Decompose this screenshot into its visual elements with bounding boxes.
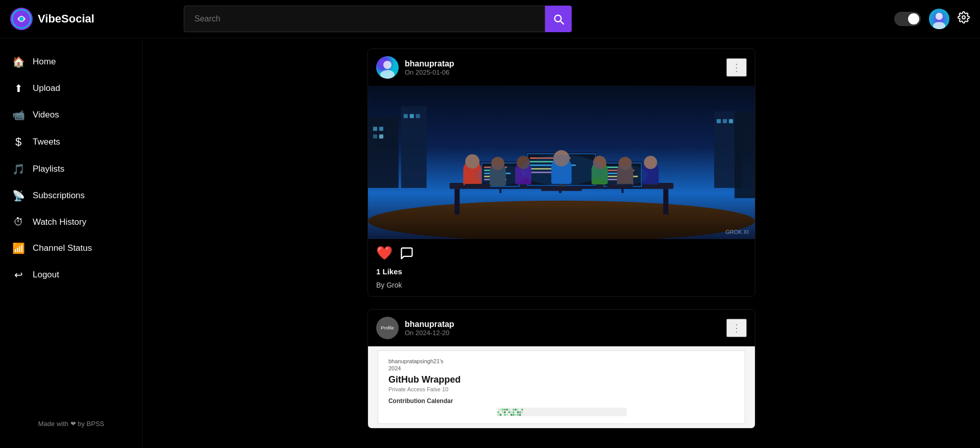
svg-rect-89 <box>498 409 499 410</box>
gh-subtitle: Private Access False 10 <box>388 386 448 392</box>
subscriptions-icon: 📡 <box>12 190 24 202</box>
sidebar-item-label-videos: Videos <box>33 110 59 120</box>
gh-year: 2024 <box>388 365 401 371</box>
search-button[interactable] <box>545 6 572 32</box>
svg-point-3 <box>555 15 561 22</box>
playlists-icon: 🎵 <box>12 163 24 175</box>
svg-rect-108 <box>512 411 514 413</box>
sidebar-item-label-subscriptions: Subscriptions <box>33 191 85 201</box>
header-right <box>894 9 970 29</box>
header: VibeSocial <box>0 0 980 38</box>
sidebar-item-channel-status[interactable]: 📶 Channel Status <box>0 235 142 262</box>
logout-icon: ↩ <box>12 269 24 281</box>
post-user-info-1: bhanupratap On 2025-01-06 <box>405 59 720 76</box>
svg-rect-14 <box>373 127 377 131</box>
post-header-2: Profile bhanupratap On 2024-12-20 ⋮ <box>368 310 755 346</box>
svg-rect-100 <box>521 409 523 410</box>
svg-rect-115 <box>502 414 503 415</box>
settings-button[interactable] <box>958 11 970 27</box>
main-content: bhanupratap On 2025-01-06 ⋮ <box>143 38 980 448</box>
post-menu-button-1[interactable]: ⋮ <box>726 58 747 77</box>
sidebar-item-subscriptions[interactable]: 📡 Subscriptions <box>0 182 142 209</box>
logo-text: VibeSocial <box>38 12 94 26</box>
search-area <box>184 6 572 32</box>
svg-rect-122 <box>517 414 519 415</box>
svg-rect-104 <box>504 411 505 413</box>
gear-icon <box>958 11 970 23</box>
sidebar-item-logout[interactable]: ↩ Logout <box>0 262 142 288</box>
svg-point-87 <box>597 165 648 185</box>
post-menu-button-2[interactable]: ⋮ <box>726 319 747 337</box>
post-date-2: On 2024-12-20 <box>405 329 720 337</box>
svg-line-4 <box>561 21 564 25</box>
sidebar-item-label-watch-history: Watch History <box>33 217 86 227</box>
svg-rect-116 <box>504 414 505 415</box>
svg-rect-83 <box>541 187 582 191</box>
gh-wrapped-title: GitHub Wrapped <box>388 374 461 385</box>
gh-username: bhanupratapsingh21's <box>388 358 444 364</box>
sidebar-item-home[interactable]: 🏠 Home <box>0 49 142 75</box>
svg-rect-94 <box>508 409 510 410</box>
sidebar-item-videos[interactable]: 📹 Videos <box>0 102 142 128</box>
svg-rect-24 <box>723 119 727 123</box>
post-user-info-2: bhanupratap On 2024-12-20 <box>405 320 720 337</box>
videos-icon: 📹 <box>12 109 24 121</box>
svg-rect-25 <box>729 119 733 123</box>
layout: 🏠 Home ⬆ Upload 📹 Videos $ Tweets 🎵 Play… <box>0 38 980 448</box>
svg-rect-90 <box>500 409 501 410</box>
like-button-1[interactable]: ❤️ <box>376 245 393 261</box>
post-caption-1: By Grok <box>368 279 755 296</box>
svg-rect-15 <box>379 127 383 131</box>
search-input[interactable] <box>184 6 545 32</box>
logo-area: VibeSocial <box>10 8 184 30</box>
svg-rect-23 <box>717 119 721 123</box>
svg-rect-95 <box>510 409 512 410</box>
sidebar-item-playlists[interactable]: 🎵 Playlists <box>0 156 142 182</box>
theme-toggle-knob <box>908 13 919 25</box>
svg-rect-20 <box>410 114 414 118</box>
svg-rect-16 <box>373 134 377 138</box>
post-date-1: On 2025-01-06 <box>405 68 720 76</box>
comment-button-1[interactable] <box>400 246 414 261</box>
svg-rect-29 <box>455 189 460 215</box>
svg-rect-120 <box>512 414 514 415</box>
svg-rect-98 <box>517 409 519 410</box>
sidebar-item-label-tweets: Tweets <box>33 137 60 147</box>
nav-items: 🏠 Home ⬆ Upload 📹 Videos $ Tweets 🎵 Play… <box>0 49 142 410</box>
post-image-1: GROK XI <box>368 86 755 239</box>
footer-text: Made with ❤ by BPSS <box>38 420 105 428</box>
post-avatar-1[interactable] <box>376 56 399 79</box>
theme-toggle[interactable] <box>894 12 921 26</box>
post-likes-1: 1 Likes <box>368 267 755 279</box>
post-image-2: bhanupratapsingh21's 2024 GitHub Wrapped… <box>368 346 755 428</box>
sidebar-item-label-logout: Logout <box>33 270 59 280</box>
post-avatar-text-2: Profile <box>381 325 394 331</box>
svg-rect-123 <box>519 414 521 415</box>
svg-rect-57 <box>622 188 624 193</box>
watermark-1: GROK XI <box>725 229 749 235</box>
search-icon <box>553 13 564 25</box>
svg-rect-103 <box>502 411 503 413</box>
sidebar: 🏠 Home ⬆ Upload 📹 Videos $ Tweets 🎵 Play… <box>0 38 143 448</box>
svg-rect-124 <box>521 414 523 415</box>
svg-point-86 <box>521 155 602 185</box>
post-avatar-icon-1 <box>376 56 399 79</box>
post-card-1: bhanupratap On 2025-01-06 ⋮ <box>368 49 755 297</box>
sidebar-item-watch-history[interactable]: ⏱ Watch History <box>0 209 142 235</box>
svg-rect-30 <box>663 189 668 215</box>
avatar[interactable] <box>929 9 949 29</box>
feed: bhanupratap On 2025-01-06 ⋮ <box>368 49 755 441</box>
svg-rect-102 <box>500 411 501 413</box>
post-avatar-2[interactable]: Profile <box>376 317 399 339</box>
sidebar-item-tweets[interactable]: $ Tweets <box>0 128 142 156</box>
svg-point-85 <box>475 165 526 185</box>
svg-rect-18 <box>401 106 427 188</box>
tweets-icon: $ <box>12 135 24 149</box>
comment-icon-1 <box>400 246 414 261</box>
svg-rect-121 <box>515 414 517 415</box>
upload-icon: ⬆ <box>12 82 24 95</box>
post-card-2: Profile bhanupratap On 2024-12-20 ⋮ bhan… <box>368 309 755 429</box>
svg-rect-119 <box>510 414 512 415</box>
svg-rect-96 <box>512 409 514 410</box>
sidebar-item-upload[interactable]: ⬆ Upload <box>0 75 142 102</box>
